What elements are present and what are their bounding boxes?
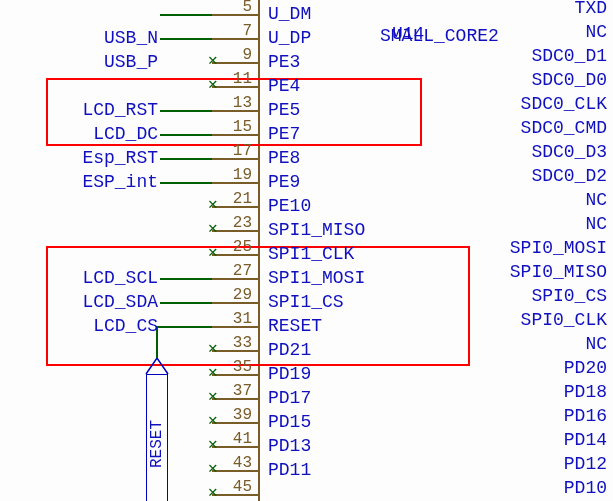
right-port-label: SPI0_MOSI [510, 238, 607, 258]
right-port-label: SDC0_D3 [531, 142, 607, 162]
pin-number: 21 [226, 190, 252, 208]
right-port-label: PD10 [564, 478, 607, 498]
nc-x-icon: ✕ [208, 200, 218, 210]
port-label: PE7 [268, 124, 300, 144]
right-port-label: SDC0_CMD [521, 118, 607, 138]
port-label: PE3 [268, 52, 300, 72]
nc-x-icon: ✕ [208, 344, 218, 354]
net-label: LCD_RST [82, 100, 158, 120]
right-port-label: SPI0_CLK [521, 310, 607, 330]
pin-number: 41 [226, 430, 252, 448]
nc-x-icon: ✕ [208, 248, 218, 258]
right-port-label: SDC0_D0 [531, 70, 607, 90]
port-label: PD13 [268, 436, 311, 456]
right-port-label: SDC0_CLK [521, 94, 607, 114]
port-label: U_DM [268, 4, 311, 24]
net-wire [160, 182, 212, 184]
net-label: LCD_CS [93, 316, 158, 336]
pin-number: 5 [226, 0, 252, 16]
nc-x-icon: ✕ [208, 464, 218, 474]
port-label: RESET [268, 316, 322, 336]
port-label: PE10 [268, 196, 311, 216]
net-wire [160, 14, 212, 16]
right-port-label: NC [585, 22, 607, 42]
reset-flag-label: RESET [148, 420, 166, 468]
pin-number: 17 [226, 142, 252, 160]
nc-x-icon: ✕ [208, 392, 218, 402]
right-port-label: SDC0_D2 [531, 166, 607, 186]
pin-number: 29 [226, 286, 252, 304]
right-port-label: NC [585, 190, 607, 210]
port-label: PD11 [268, 460, 311, 480]
net-wire [160, 134, 212, 136]
right-port-label: PD20 [564, 358, 607, 378]
nc-x-icon: ✕ [208, 488, 218, 498]
pin-number: 37 [226, 382, 252, 400]
port-label: SPI1_CLK [268, 244, 354, 264]
pin-number: 11 [226, 70, 252, 88]
port-label: PE9 [268, 172, 300, 192]
pin-number: 39 [226, 406, 252, 424]
port-label: SPI1_MISO [268, 220, 365, 240]
nc-x-icon: ✕ [208, 80, 218, 90]
pin-number: 7 [226, 22, 252, 40]
pin-number: 45 [226, 478, 252, 496]
port-label: PE8 [268, 148, 300, 168]
right-port-label: NC [585, 334, 607, 354]
right-port-label: SDC0_D1 [531, 46, 607, 66]
nc-x-icon: ✕ [208, 56, 218, 66]
pin-number: 13 [226, 94, 252, 112]
port-label: PD21 [268, 340, 311, 360]
right-port-label: SPI0_CS [531, 286, 607, 306]
pin-number: 31 [226, 310, 252, 328]
right-port-label: PD16 [564, 406, 607, 426]
pin-number: 23 [226, 214, 252, 232]
net-wire [160, 38, 212, 40]
net-label: Esp_RST [82, 148, 158, 168]
right-port-label: TXD [575, 0, 607, 18]
part-name-label: SMALL_CORE2 [380, 26, 499, 46]
net-wire [156, 326, 212, 328]
net-wire [160, 278, 212, 280]
port-label: PD19 [268, 364, 311, 384]
pin-number: 9 [226, 46, 252, 64]
nc-x-icon: ✕ [208, 416, 218, 426]
right-port-label: SPI0_MISO [510, 262, 607, 282]
port-label: SPI1_MOSI [268, 268, 365, 288]
net-wire [160, 110, 212, 112]
port-label: U_DP [268, 28, 311, 48]
nc-x-icon: ✕ [208, 224, 218, 234]
net-label: LCD_DC [93, 124, 158, 144]
pin-number: 15 [226, 118, 252, 136]
nc-x-icon: ✕ [208, 368, 218, 378]
pin-number: 33 [226, 334, 252, 352]
net-wire [160, 302, 212, 304]
port-label: PD17 [268, 388, 311, 408]
net-label: LCD_SDA [82, 292, 158, 312]
port-label: PD15 [268, 412, 311, 432]
pin-number: 35 [226, 358, 252, 376]
net-label: LCD_SCL [82, 268, 158, 288]
port-label: SPI1_CS [268, 292, 344, 312]
net-label: USB_N [104, 28, 158, 48]
pin-number: 25 [226, 238, 252, 256]
right-port-label: PD18 [564, 382, 607, 402]
flag-arrow-icon [144, 356, 170, 376]
right-port-label: PD14 [564, 430, 607, 450]
pin-number: 19 [226, 166, 252, 184]
pin-number: 43 [226, 454, 252, 472]
net-label: ESP_int [82, 172, 158, 192]
nc-x-icon: ✕ [208, 440, 218, 450]
pin-number: 27 [226, 262, 252, 280]
right-port-label: PD12 [564, 454, 607, 474]
net-wire [160, 158, 212, 160]
port-label: PE5 [268, 100, 300, 120]
port-label: PE4 [268, 76, 300, 96]
net-label: USB_P [104, 52, 158, 72]
right-port-label: NC [585, 214, 607, 234]
